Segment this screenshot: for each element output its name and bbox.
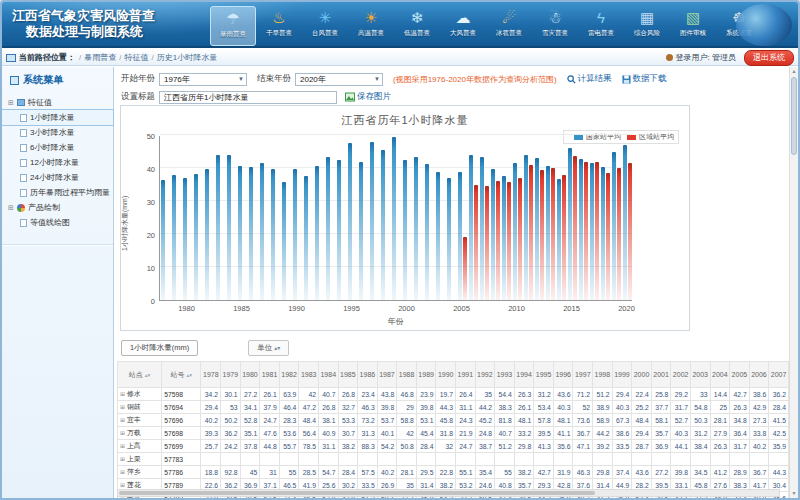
column-header-year-1990[interactable]: 1990 (436, 362, 456, 388)
calculate-button[interactable]: 计算结果 (567, 73, 612, 85)
column-header-year-2002[interactable]: 2002 (671, 362, 691, 388)
bar-national-1999[interactable] (392, 137, 396, 300)
toolbar-item-雷电普查[interactable]: ϟ雷电普查 (578, 6, 624, 46)
column-header-year-2004[interactable]: 2004 (710, 362, 730, 388)
bar-national-1978[interactable] (161, 180, 165, 300)
bar-national-2011[interactable] (524, 155, 528, 300)
toolbar-item-高温普查[interactable]: ☀高温普查 (348, 6, 394, 46)
bar-national-1994[interactable] (337, 160, 341, 300)
bar-national-2001[interactable] (414, 157, 418, 300)
expand-icon[interactable]: ⊞ (8, 204, 16, 212)
bar-national-2000[interactable] (403, 160, 407, 300)
bar-regional-2016[interactable] (584, 162, 588, 300)
tree-node-特征值[interactable]: ⊞特征值 (2, 95, 113, 110)
station-name-cell[interactable]: ⊞修水 (118, 388, 162, 401)
bar-national-2005[interactable] (458, 172, 462, 300)
bar-national-1992[interactable] (315, 166, 319, 300)
toolbar-item-综合风险[interactable]: ▦综合风险 (624, 6, 670, 46)
column-header-year-1980[interactable]: 1980 (240, 362, 260, 388)
bar-regional-2014[interactable] (562, 175, 566, 300)
column-header-year-1995[interactable]: 1995 (534, 362, 554, 388)
bar-national-2018[interactable] (601, 167, 605, 300)
bar-national-2020[interactable] (623, 145, 627, 300)
vertical-scrollbar[interactable]: ▲ ▼ (789, 67, 798, 498)
bar-regional-2012[interactable] (540, 170, 544, 300)
bar-regional-2009[interactable] (507, 182, 511, 300)
unit-filter-dropdown[interactable]: 单位 ▴▾ (248, 340, 289, 356)
column-header-year-1999[interactable]: 1999 (612, 362, 632, 388)
tree-leaf-等值线绘图[interactable]: 等值线绘图 (2, 215, 113, 230)
bar-national-1984[interactable] (227, 155, 231, 300)
bar-regional-2006[interactable] (474, 185, 478, 301)
download-button[interactable]: 数据下载 (622, 73, 667, 85)
station-name-cell[interactable]: ⊞铜鼓 (118, 401, 162, 414)
bar-national-1996[interactable] (359, 162, 363, 300)
toolbar-item-雪灾普查[interactable]: ☃雪灾普查 (532, 6, 578, 46)
bar-national-2006[interactable] (469, 155, 473, 300)
bar-national-2008[interactable] (491, 169, 495, 300)
station-name-cell[interactable]: ⊞宜丰 (118, 414, 162, 427)
breadcrumb-segment[interactable]: 特征值 (124, 53, 148, 62)
horizontal-scrollbar-thumb[interactable] (119, 491, 595, 495)
row-expand-icon[interactable]: ⊞ (120, 443, 125, 449)
chart-title-input[interactable]: 江西省历年1小时降水量 (159, 91, 337, 104)
tree-leaf-1小时降水量[interactable]: 1小时降水量 (2, 110, 113, 125)
bar-regional-2017[interactable] (595, 162, 599, 300)
bar-national-2007[interactable] (480, 157, 484, 300)
horizontal-scrollbar[interactable] (117, 489, 780, 497)
start-year-select[interactable]: 1976年▼ (159, 73, 247, 86)
column-header-year-2007[interactable]: 2007 (769, 362, 789, 388)
toolbar-item-大风普查[interactable]: ☁大风普查 (440, 6, 486, 46)
bar-national-1993[interactable] (326, 157, 330, 300)
bar-national-2019[interactable] (612, 152, 616, 300)
bar-national-2003[interactable] (436, 172, 440, 300)
column-header-year-1982[interactable]: 1982 (279, 362, 299, 388)
tree-leaf-24小时降水量[interactable]: 24小时降水量 (2, 170, 113, 185)
scroll-down-icon[interactable]: ▼ (790, 489, 798, 498)
row-expand-icon[interactable]: ⊞ (120, 430, 125, 436)
station-name-cell[interactable]: ⊞上高 (118, 440, 162, 453)
bar-national-1991[interactable] (304, 176, 308, 300)
column-header-year-1978[interactable]: 1978 (201, 362, 221, 388)
breadcrumb-segment[interactable]: 暴雨普查 (84, 53, 116, 62)
column-header-year-2006[interactable]: 2006 (749, 362, 769, 388)
bar-national-2004[interactable] (447, 178, 451, 300)
column-header-id[interactable]: 站号▴▾ (162, 362, 201, 388)
bar-national-2002[interactable] (425, 164, 429, 300)
bar-national-1997[interactable] (370, 142, 374, 300)
column-header-year-1997[interactable]: 1997 (573, 362, 593, 388)
bar-regional-2019[interactable] (617, 168, 621, 300)
bar-national-1986[interactable] (249, 167, 253, 300)
tree-leaf-历年暴雨过程平均雨量[interactable]: 历年暴雨过程平均雨量 (2, 185, 113, 200)
bar-national-1995[interactable] (348, 143, 352, 300)
tree-leaf-3小时降水量[interactable]: 3小时降水量 (2, 125, 113, 140)
bar-national-2012[interactable] (535, 158, 539, 300)
tree-leaf-6小时降水量[interactable]: 6小时降水量 (2, 140, 113, 155)
row-expand-icon[interactable]: ⊞ (120, 456, 125, 462)
bar-regional-2011[interactable] (529, 165, 533, 300)
tree-leaf-12小时降水量[interactable]: 12小时降水量 (2, 155, 113, 170)
column-header-year-1986[interactable]: 1986 (358, 362, 378, 388)
bar-regional-2018[interactable] (606, 173, 610, 300)
bar-national-2010[interactable] (513, 163, 517, 300)
column-header-year-1989[interactable]: 1989 (416, 362, 436, 388)
scroll-up-icon[interactable]: ▲ (790, 67, 798, 76)
column-header-year-1988[interactable]: 1988 (397, 362, 417, 388)
row-expand-icon[interactable]: ⊞ (120, 469, 125, 475)
toolbar-item-台风普查[interactable]: ✳台风普查 (302, 6, 348, 46)
station-name-cell[interactable]: ⊞萍乡 (118, 466, 162, 479)
expand-icon[interactable]: ⊞ (8, 99, 16, 107)
bar-national-2014[interactable] (557, 179, 561, 300)
column-header-year-1987[interactable]: 1987 (377, 362, 397, 388)
bar-national-2009[interactable] (502, 176, 506, 300)
bar-national-1980[interactable] (183, 178, 187, 300)
toolbar-item-干旱普查[interactable]: ♨干旱普查 (256, 6, 302, 46)
bar-national-1979[interactable] (172, 175, 176, 300)
tree-node-产品绘制[interactable]: ⊞产品绘制 (2, 200, 113, 215)
bar-regional-2008[interactable] (496, 181, 500, 300)
logout-button[interactable]: 退出系统 (744, 50, 794, 66)
toolbar-item-图件审核[interactable]: ▧图件审核 (670, 6, 716, 46)
column-header-year-2001[interactable]: 2001 (651, 362, 671, 388)
row-expand-icon[interactable]: ⊞ (120, 482, 125, 488)
column-header-year-2005[interactable]: 2005 (730, 362, 750, 388)
